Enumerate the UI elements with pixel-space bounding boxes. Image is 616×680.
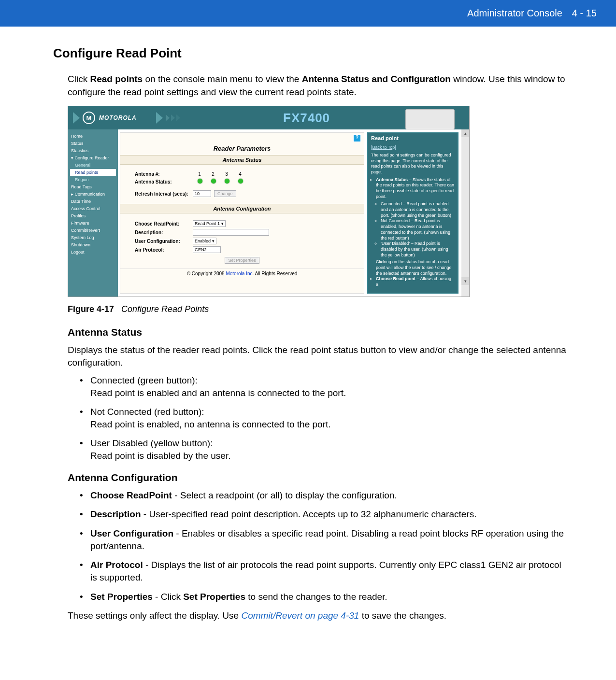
list-item: Choose ReadPoint - Select a readpoint (o…	[80, 489, 568, 502]
device-image	[405, 109, 455, 129]
breadcrumb-arrow-icon	[171, 114, 175, 121]
sidebar-item-readtags[interactable]: Read Tags	[70, 184, 116, 190]
list-item: Not Connected (red button):Read point is…	[80, 406, 568, 430]
list-item: User Disabled (yellow button):Read point…	[80, 437, 568, 462]
antenna-number-label: Antenna #:	[135, 171, 193, 177]
help-title: Read point	[371, 135, 399, 141]
list-item: Description - User-specified read point …	[80, 508, 568, 521]
figure-caption: Figure 4-17 Configure Read Points	[68, 304, 568, 314]
antenna-config-heading: Antenna Configuration	[68, 472, 568, 483]
sidebar-item-shutdown[interactable]: Shutdown	[70, 241, 116, 248]
set-properties-button[interactable]: Set Properties	[225, 257, 259, 264]
device-model: FX7400	[283, 111, 330, 126]
sidebar-item-statistics[interactable]: Statistics	[70, 147, 116, 154]
sidebar-item-home[interactable]: Home	[70, 133, 116, 140]
refresh-label: Refresh Interval (secs):	[135, 191, 193, 197]
sidebar-item-status[interactable]: Status	[70, 140, 116, 147]
antenna-status-heading: Antenna Status	[68, 326, 568, 338]
commit-revert-link[interactable]: Commit/Revert on page 4-31	[241, 610, 359, 621]
section-title: Configure Read Point	[53, 46, 568, 61]
description-label: Description:	[135, 230, 193, 235]
page-number: 4 - 15	[572, 8, 597, 19]
scroll-down-icon[interactable]: ▾	[461, 277, 469, 285]
sidebar-item-syslog[interactable]: System Log	[70, 234, 116, 241]
air-protocol-field[interactable]	[193, 246, 221, 253]
page-header: Administrator Console 4 - 15	[0, 0, 616, 27]
help-intro: The read point settings can be configure…	[371, 153, 455, 175]
sidebar-item-configure[interactable]: ▾ Configure Reader	[70, 155, 116, 161]
change-button[interactable]: Change	[214, 190, 236, 197]
figure-screenshot: M MOTOROLA FX7400 Home Status Statistics…	[68, 106, 568, 297]
antenna-status-section: Antenna Status	[120, 155, 364, 165]
choose-readpoint-label: Choose ReadPoint:	[135, 221, 193, 227]
main-panel: ? Reader Parameters Antenna Status Anten…	[120, 132, 364, 294]
copyright: © Copyright 2008 Motorola Inc. All Right…	[120, 269, 364, 278]
footer-note: These settings only affect the display. …	[68, 609, 568, 623]
antenna-status-3[interactable]	[225, 179, 229, 184]
help-icon[interactable]: ?	[353, 134, 361, 142]
antenna-status-2[interactable]	[211, 179, 216, 184]
antenna-status-4[interactable]	[238, 179, 243, 184]
list-item: User Configuration - Enables or disables…	[80, 527, 568, 552]
sidebar-item-communication[interactable]: ▸ Communication	[70, 191, 116, 198]
breadcrumb-arrow-icon	[166, 114, 170, 121]
motorola-link[interactable]: Motorola Inc.	[226, 271, 254, 276]
air-protocol-label: Air Protocol:	[135, 247, 193, 253]
sidebar-item-readpoints[interactable]: Read points	[70, 169, 116, 176]
sidebar-nav: Home Status Statistics ▾ Configure Reade…	[68, 129, 118, 297]
header-title: Administrator Console	[467, 8, 562, 19]
breadcrumb-arrow-icon	[176, 114, 180, 121]
antenna-status-label: Antenna Status:	[135, 179, 193, 184]
breadcrumb-arrow-icon	[73, 112, 80, 124]
description-input[interactable]	[193, 229, 269, 236]
sidebar-item-logout[interactable]: Logout	[70, 249, 116, 255]
sidebar-item-datetime[interactable]: Date Time	[70, 198, 116, 205]
intro-paragraph: Click Read points on the console main me…	[68, 73, 568, 99]
back-to-top-link[interactable]: [Back to Top]	[371, 145, 396, 150]
breadcrumb-arrow-icon	[156, 112, 163, 124]
scroll-up-icon[interactable]: ▴	[461, 129, 469, 137]
list-item: Air Protocol - Displays the list of air …	[80, 559, 568, 583]
sidebar-item-access[interactable]: Access Control	[70, 205, 116, 212]
scrollbar[interactable]: ▴ ▾	[461, 129, 469, 297]
user-config-select[interactable]: Enabled ▾	[193, 238, 216, 244]
help-panel: Read point [Back to Top] The read point …	[367, 132, 458, 294]
antenna-config-section: Antenna Configuration	[120, 204, 364, 213]
sidebar-item-general[interactable]: General	[70, 162, 116, 169]
sidebar-item-commit[interactable]: Commit/Revert	[70, 227, 116, 234]
antenna-status-1[interactable]	[198, 179, 202, 184]
antenna-status-text: Displays the status of the reader read p…	[68, 344, 568, 369]
list-item: Set Properties - Click Set Properties to…	[80, 591, 568, 603]
motorola-logo: M MOTOROLA	[83, 112, 137, 124]
sidebar-item-region[interactable]: Region	[70, 176, 116, 183]
sidebar-item-firmware[interactable]: Firmware	[70, 220, 116, 227]
list-item: Connected (green button):Read point is e…	[80, 374, 568, 399]
user-config-label: User Configuration:	[135, 239, 193, 244]
refresh-input[interactable]	[193, 190, 211, 197]
choose-readpoint-select[interactable]: Read Point 1 ▾	[193, 220, 226, 227]
sidebar-item-profiles[interactable]: Profiles	[70, 212, 116, 219]
panel-title: Reader Parameters	[120, 142, 364, 155]
